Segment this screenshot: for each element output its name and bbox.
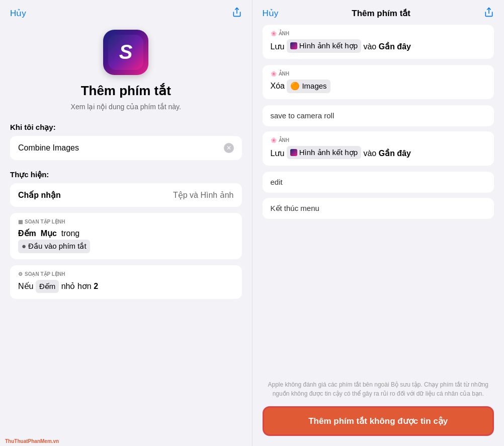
card-delete-content: Xóa 🟠 Images xyxy=(271,80,486,93)
simple-card-3[interactable]: Kết thúc menu xyxy=(263,198,494,219)
combined-images-tag-2: Hình ảnh kết hợp xyxy=(287,146,361,160)
clear-button[interactable]: ✕ xyxy=(224,143,234,153)
card-if-content: Nếu Đếm nhỏ hơn 2 xyxy=(18,280,234,293)
right-title: Thêm phím tắt xyxy=(352,8,410,19)
left-header: Hủy xyxy=(0,0,252,25)
photos-icon-1: 🌸 xyxy=(271,31,277,36)
left-subtitle: Xem lại nội dung của phím tắt này. xyxy=(71,103,181,111)
left-share-button[interactable] xyxy=(232,7,242,20)
tag-dot-icon: ● xyxy=(22,241,26,252)
right-content: 🌸 ẢNH Lưu Hình ảnh kết hợp vào Gần đây 🌸 xyxy=(253,25,505,375)
card-save-2-content: Lưu Hình ảnh kết hợp vào Gần đây xyxy=(271,146,486,160)
shortcuts-mini-icon-2 xyxy=(290,149,297,156)
card-count-content: Đếm Mục trong ● Đầu vào phím tắt xyxy=(18,228,234,253)
images-tag: 🟠 Images xyxy=(287,80,330,93)
left-content: S Thêm phím tắt Xem lại nội dung của phí… xyxy=(0,25,252,446)
left-cancel-button[interactable]: Hủy xyxy=(10,8,26,19)
card-save-1-content: Lưu Hình ảnh kết hợp vào Gần đây xyxy=(271,39,486,53)
app-icon: S xyxy=(103,30,148,75)
card-delete[interactable]: 🌸 ẢNH Xóa 🟠 Images xyxy=(263,65,494,99)
gear-icon: ⚙ xyxy=(18,271,23,277)
accept-value: Tệp và Hình ảnh xyxy=(173,190,234,200)
card-count-badge: ▦ SOẠN TẬP LỆNH xyxy=(18,219,234,225)
card-if[interactable]: ⚙ SOẠN TẬP LỆNH Nếu Đếm nhỏ hơn 2 xyxy=(10,265,242,300)
right-cancel-button[interactable]: Hủy xyxy=(263,8,279,19)
number-2: 2 xyxy=(94,282,98,290)
simple-card-1[interactable]: save to camera roll xyxy=(263,105,494,126)
when-label: Khi tôi chạy: xyxy=(10,123,242,132)
shortcut-name-text: Combine Images xyxy=(18,143,79,153)
left-app-title: Thêm phím tắt xyxy=(81,83,171,99)
count-tag: Đếm xyxy=(36,280,59,293)
right-panel: Hủy Thêm phím tắt 🌸 ẢNH Lưu Hình ảnh kết xyxy=(253,0,505,446)
bottom-section: Apple không đánh giá các phím tắt bên ng… xyxy=(253,375,505,446)
do-label: Thực hiện: xyxy=(10,170,242,179)
right-header: Hủy Thêm phím tắt xyxy=(253,0,505,25)
card-save-1-badge: 🌸 ẢNH xyxy=(271,31,486,36)
accept-row[interactable]: Chấp nhận Tệp và Hình ảnh xyxy=(10,183,242,207)
photos-icon-2: 🌸 xyxy=(271,71,277,77)
card-delete-badge: 🌸 ẢNH xyxy=(271,71,486,77)
left-panel: Hủy S Thêm p xyxy=(0,0,252,446)
if-text: Nếu xyxy=(18,282,36,290)
card-if-badge: ⚙ SOẠN TẬP LỆNH xyxy=(18,271,234,277)
count-text: Đếm Mục trong xyxy=(18,229,79,238)
disclaimer-text: Apple không đánh giá các phím tắt bên ng… xyxy=(263,380,494,398)
shortcut-name-row: Combine Images ✕ xyxy=(10,136,242,160)
accept-label: Chấp nhận xyxy=(18,190,61,200)
orange-icon: 🟠 xyxy=(290,81,300,92)
card-save-2-badge: 🌸 ẢNH xyxy=(271,137,486,143)
watermark: ThuThuatPhanMem.vn xyxy=(5,438,59,444)
shortcuts-mini-icon-1 xyxy=(290,42,297,49)
add-shortcut-button[interactable]: Thêm phím tắt không được tin cậy xyxy=(263,406,494,436)
shortcut-input-tag: ● Đầu vào phím tắt xyxy=(18,240,90,253)
photos-icon-3: 🌸 xyxy=(271,137,277,143)
smaller-text: nhỏ hơn xyxy=(61,282,94,290)
combined-images-tag-1: Hình ảnh kết hợp xyxy=(287,39,361,53)
card-save-2[interactable]: 🌸 ẢNH Lưu Hình ảnh kết hợp vào Gần đây xyxy=(263,131,494,166)
svg-text:S: S xyxy=(119,41,133,63)
card-save-1[interactable]: 🌸 ẢNH Lưu Hình ảnh kết hợp vào Gần đây xyxy=(263,25,494,59)
right-share-button[interactable] xyxy=(484,7,494,20)
simple-card-2[interactable]: edit xyxy=(263,172,494,193)
grid-icon: ▦ xyxy=(18,219,23,225)
card-count[interactable]: ▦ SOẠN TẬP LỆNH Đếm Mục trong ● Đầu vào … xyxy=(10,213,242,259)
